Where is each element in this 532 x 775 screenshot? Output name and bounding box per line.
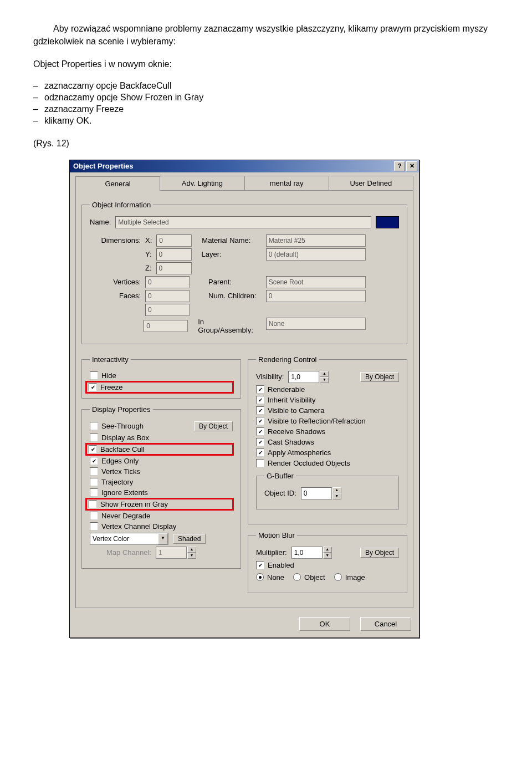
display-as-box-row[interactable]: Display as Box xyxy=(90,434,233,442)
vertex-channel-checkbox[interactable] xyxy=(90,522,98,531)
visible-camera-row[interactable]: Visible to Camera xyxy=(256,406,399,415)
ok-button[interactable]: OK xyxy=(299,617,350,631)
vertex-color-selected: Vertex Color xyxy=(90,535,158,543)
cast-shadows-checkbox[interactable] xyxy=(256,438,264,446)
rendering-control-group: Rendering Control Visibility: ▲▼ By Obje… xyxy=(248,355,407,524)
radio-icon[interactable] xyxy=(256,573,264,581)
ignore-extents-checkbox[interactable] xyxy=(90,488,98,497)
show-frozen-row[interactable]: Show Frozen in Gray xyxy=(86,499,233,509)
freeze-checkbox[interactable] xyxy=(89,383,97,391)
edges-only-checkbox[interactable] xyxy=(90,457,98,465)
help-button[interactable]: ? xyxy=(394,161,405,171)
spinner-down-icon[interactable]: ▼ xyxy=(332,493,341,499)
display-as-box-checkbox[interactable] xyxy=(90,434,98,442)
faces-label: Faces: xyxy=(90,292,141,300)
motion-none-radio[interactable]: None xyxy=(256,573,284,582)
trajectory-row[interactable]: Trajectory xyxy=(90,478,233,486)
intro-paragraph-1: Aby rozwiązać wspomniane problemy zaznac… xyxy=(33,22,499,48)
backface-cull-row[interactable]: Backface Cull xyxy=(86,444,233,455)
interactivity-group: Interactivity Hide Freeze xyxy=(81,355,241,399)
motion-image-radio[interactable]: Image xyxy=(334,573,365,582)
motion-object-label: Object xyxy=(304,573,325,582)
vertex-ticks-row[interactable]: Vertex Ticks xyxy=(90,467,233,476)
spinner-up-icon[interactable]: ▲ xyxy=(332,487,341,493)
motion-by-object-button[interactable]: By Object xyxy=(360,548,399,558)
extra2-field xyxy=(144,320,188,332)
map-channel-spinner[interactable]: ▲▼ xyxy=(156,547,196,559)
display-by-object-button[interactable]: By Object xyxy=(194,421,233,431)
chevron-down-icon[interactable]: ▼ xyxy=(158,533,168,544)
name-field[interactable] xyxy=(115,216,371,228)
vertex-channel-row[interactable]: Vertex Channel Display xyxy=(90,522,233,531)
visibility-field[interactable] xyxy=(288,371,319,383)
visibility-spinner[interactable]: ▲▼ xyxy=(288,371,329,383)
never-degrade-row[interactable]: Never Degrade xyxy=(90,512,233,520)
spinner-down-icon[interactable]: ▼ xyxy=(187,553,196,559)
freeze-row[interactable]: Freeze xyxy=(86,382,233,392)
visible-reflection-row[interactable]: Visible to Reflection/Refraction xyxy=(256,417,399,425)
shaded-button[interactable]: Shaded xyxy=(173,534,206,544)
dimensions-label: Dimensions: xyxy=(90,236,141,244)
receive-shadows-checkbox[interactable] xyxy=(256,427,264,436)
spinner-down-icon[interactable]: ▼ xyxy=(323,553,332,559)
multiplier-spinner[interactable]: ▲▼ xyxy=(291,547,332,559)
see-through-checkbox[interactable] xyxy=(90,422,98,430)
render-occluded-row[interactable]: Render Occluded Objects xyxy=(256,459,399,467)
visible-camera-checkbox[interactable] xyxy=(256,406,264,415)
tab-user-defined[interactable]: User Defined xyxy=(329,176,413,190)
apply-atmospherics-checkbox[interactable] xyxy=(256,448,264,457)
radio-icon[interactable] xyxy=(334,573,342,581)
cancel-button[interactable]: Cancel xyxy=(360,617,411,631)
motion-object-radio[interactable]: Object xyxy=(293,573,325,582)
spinner-up-icon[interactable]: ▲ xyxy=(187,547,196,553)
map-channel-field[interactable] xyxy=(156,547,187,559)
renderable-label: Renderable xyxy=(268,385,305,394)
num-children-label: Num. Children: xyxy=(208,292,257,300)
close-button[interactable]: ✕ xyxy=(406,161,417,171)
enabled-checkbox[interactable] xyxy=(256,561,264,569)
vertices-label: Vertices: xyxy=(90,278,141,286)
spinner-up-icon[interactable]: ▲ xyxy=(320,371,329,377)
trajectory-checkbox[interactable] xyxy=(90,478,98,486)
object-color-swatch[interactable] xyxy=(376,216,399,228)
never-degrade-checkbox[interactable] xyxy=(90,512,98,520)
tab-general[interactable]: General xyxy=(75,176,160,191)
edges-only-row[interactable]: Edges Only xyxy=(90,457,233,465)
object-id-field[interactable] xyxy=(301,487,332,499)
vertex-color-dropdown[interactable]: Vertex Color ▼ xyxy=(90,533,168,545)
tab-adv-lighting[interactable]: Adv. Lighting xyxy=(160,176,244,190)
enabled-row[interactable]: Enabled xyxy=(256,561,399,569)
see-through-row[interactable]: See-Through By Object xyxy=(90,421,233,431)
backface-cull-checkbox[interactable] xyxy=(89,445,97,453)
visible-reflection-checkbox[interactable] xyxy=(256,417,264,425)
apply-atmospherics-row[interactable]: Apply Atmospherics xyxy=(256,448,399,457)
rendering-by-object-button[interactable]: By Object xyxy=(360,372,399,382)
receive-shadows-row[interactable]: Receive Shadows xyxy=(256,427,399,436)
cast-shadows-row[interactable]: Cast Shadows xyxy=(256,438,399,446)
see-through-label: See-Through xyxy=(101,422,144,430)
inherit-visibility-row[interactable]: Inherit Visibility xyxy=(256,396,399,404)
hide-row[interactable]: Hide xyxy=(90,371,233,380)
spinner-down-icon[interactable]: ▼ xyxy=(320,377,329,383)
y-label: Y: xyxy=(145,250,152,258)
inherit-visibility-checkbox[interactable] xyxy=(256,396,264,404)
object-id-spinner[interactable]: ▲▼ xyxy=(301,487,341,499)
hide-checkbox[interactable] xyxy=(90,371,98,380)
radio-icon[interactable] xyxy=(293,573,301,581)
name-label: Name: xyxy=(90,218,111,226)
dialog-title: Object Properties xyxy=(73,162,133,170)
vertices-field xyxy=(145,276,190,288)
renderable-checkbox[interactable] xyxy=(256,385,264,394)
dialog-titlebar[interactable]: Object Properties ? ✕ xyxy=(70,160,419,172)
bullet-item: zaznaczamy opcje BackfaceCull xyxy=(33,81,499,91)
render-occluded-checkbox[interactable] xyxy=(256,459,264,467)
renderable-row[interactable]: Renderable xyxy=(256,385,399,394)
trajectory-label: Trajectory xyxy=(101,478,133,486)
spinner-up-icon[interactable]: ▲ xyxy=(323,547,332,553)
ignore-extents-row[interactable]: Ignore Extents xyxy=(90,488,233,497)
multiplier-field[interactable] xyxy=(291,547,323,559)
show-frozen-checkbox[interactable] xyxy=(89,500,97,508)
g-buffer-group: G-Buffer Object ID: ▲▼ xyxy=(256,472,399,509)
vertex-ticks-checkbox[interactable] xyxy=(90,467,98,476)
tab-mental-ray[interactable]: mental ray xyxy=(245,176,329,190)
